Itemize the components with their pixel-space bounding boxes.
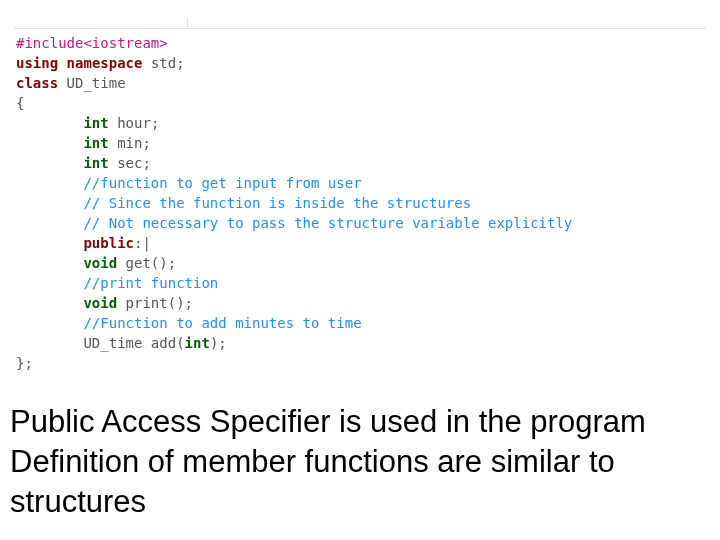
code-editor-region: #include<iostream> using namespace std; … [14, 18, 706, 388]
editor-toolbar-stub [14, 18, 706, 29]
kw-class: class [16, 75, 58, 91]
kw-int: int [83, 155, 108, 171]
comment: //print function [83, 275, 218, 291]
caption-text: Public Access Specifier is used in the p… [10, 402, 710, 522]
comment: // Since the function is inside the stru… [83, 195, 471, 211]
kw-void: void [83, 295, 117, 311]
slide: #include<iostream> using namespace std; … [0, 0, 720, 540]
kw-int: int [185, 335, 210, 351]
kw-using: using [16, 55, 58, 71]
kw-namespace: namespace [67, 55, 143, 71]
caption-line-3: structures [10, 482, 710, 522]
kw-void: void [83, 255, 117, 271]
comment: // Not necessary to pass the structure v… [83, 215, 572, 231]
comment: //Function to add minutes to time [83, 315, 361, 331]
kw-int: int [83, 135, 108, 151]
caption-line-2: Definition of member functions are simil… [10, 442, 710, 482]
comment: //function to get input from user [83, 175, 361, 191]
caption-line-1: Public Access Specifier is used in the p… [10, 402, 710, 442]
preprocessor-line: #include<iostream> [16, 35, 168, 51]
kw-public: public [83, 235, 134, 251]
code-block: #include<iostream> using namespace std; … [14, 29, 706, 377]
kw-int: int [83, 115, 108, 131]
